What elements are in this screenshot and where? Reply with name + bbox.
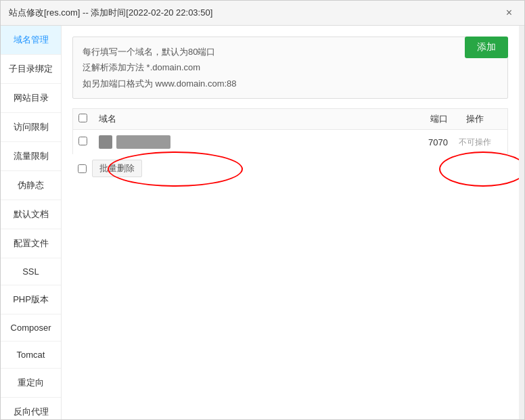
sidebar-item-traffic-limit[interactable]: 流量限制: [1, 142, 61, 171]
hint-line-2: 泛解析添加方法 *.domain.com: [83, 60, 498, 75]
sidebar-item-site-dir[interactable]: 网站目录: [1, 84, 61, 113]
row-domain: [99, 135, 380, 149]
sidebar-item-tomcat[interactable]: Tomcat: [1, 342, 61, 369]
table-header-port: 端口: [380, 113, 448, 125]
sidebar-item-php-version[interactable]: PHP版本: [1, 285, 61, 314]
table-header-check: [78, 114, 99, 124]
domain-table: 域名 端口 操作 7070 不可操作: [72, 108, 508, 183]
sidebar-item-composer[interactable]: Composer: [1, 314, 61, 342]
close-button[interactable]: ×: [502, 6, 516, 20]
hint-line-1: 每行填写一个域名，默认为80端口: [83, 44, 498, 60]
domain-text-redacted: [116, 135, 170, 149]
batch-checkbox[interactable]: [78, 164, 87, 173]
sidebar-item-redirect[interactable]: 重定向: [1, 369, 61, 398]
main-window: 站点修改[res.com] -- 添加时间[2022-02-20 22:03:5…: [0, 0, 525, 420]
sidebar: 域名管理 子目录绑定 网站目录 访问限制 流量限制 伪静态 默认文档 配置文件: [1, 26, 62, 419]
sidebar-item-reverse-proxy[interactable]: 反向代理: [1, 398, 61, 419]
table-header-action: 操作: [448, 113, 502, 125]
sidebar-item-config-file[interactable]: 配置文件: [1, 229, 61, 258]
row-action: 不可操作: [448, 137, 502, 148]
select-all-checkbox[interactable]: [78, 114, 87, 122]
window-body: 域名管理 子目录绑定 网站目录 访问限制 流量限制 伪静态 默认文档 配置文件: [1, 26, 524, 419]
sidebar-item-default-doc[interactable]: 默认文档: [1, 200, 61, 229]
batch-delete-button[interactable]: 批量删除: [92, 160, 142, 177]
domain-icon: [99, 135, 112, 149]
table-header-domain: 域名: [99, 113, 380, 125]
main-content: 每行填写一个域名，默认为80端口 泛解析添加方法 *.domain.com 如另…: [62, 26, 519, 419]
row-check: [78, 137, 99, 147]
window-title: 站点修改[res.com] -- 添加时间[2022-02-20 22:03:5…: [9, 7, 212, 19]
sidebar-item-access-limit[interactable]: 访问限制: [1, 113, 61, 142]
sidebar-item-pseudo-static[interactable]: 伪静态: [1, 171, 61, 200]
title-bar: 站点修改[res.com] -- 添加时间[2022-02-20 22:03:5…: [1, 1, 524, 26]
batch-delete-row: 批量删除: [72, 154, 508, 183]
hint-line-3: 如另加端口格式为 www.domain.com:88: [83, 76, 498, 91]
sidebar-item-domain-mgmt[interactable]: 域名管理: [1, 26, 61, 55]
row-checkbox[interactable]: [78, 137, 87, 145]
sidebar-item-subdir-bind[interactable]: 子目录绑定: [1, 55, 61, 84]
scrollbar-track: [519, 26, 524, 419]
row-port: 7070: [380, 137, 448, 147]
sidebar-item-ssl[interactable]: SSL: [1, 258, 61, 285]
table-row: 7070 不可操作: [72, 129, 508, 154]
table-header: 域名 端口 操作: [72, 108, 508, 129]
add-button[interactable]: 添加: [465, 37, 508, 58]
hint-box: 每行填写一个域名，默认为80端口 泛解析添加方法 *.domain.com 如另…: [72, 37, 508, 99]
